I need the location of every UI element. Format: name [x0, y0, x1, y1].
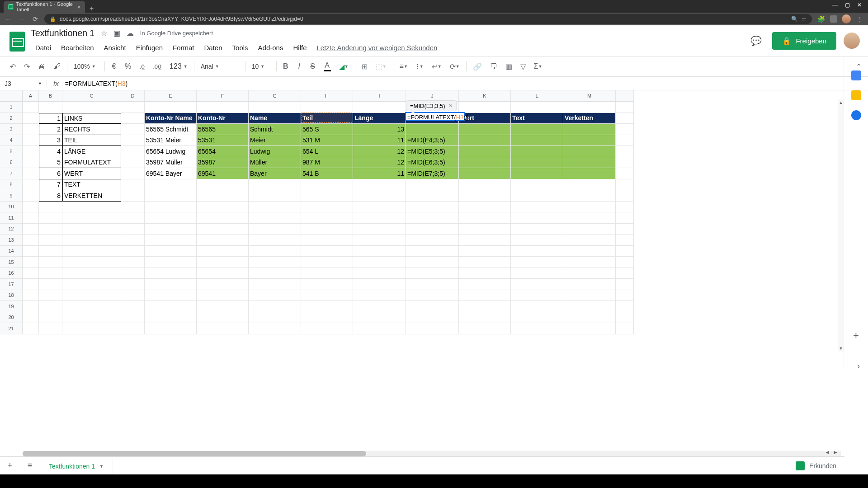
cell[interactable]: Schmidt [249, 124, 301, 135]
cell[interactable] [301, 224, 353, 235]
cell[interactable] [301, 235, 353, 246]
cell[interactable] [145, 290, 197, 301]
decrease-decimal-button[interactable]: .0̲ [136, 61, 148, 73]
cell[interactable] [121, 257, 145, 268]
cell[interactable]: 56565 [197, 124, 249, 135]
cell[interactable] [616, 290, 634, 301]
cell[interactable]: 531 M [301, 135, 353, 146]
cell[interactable]: 987 M [301, 157, 353, 169]
cell[interactable]: 69541 Bayer [145, 168, 197, 179]
back-button[interactable]: ← [4, 15, 13, 23]
cell[interactable] [511, 135, 563, 146]
cell[interactable] [249, 202, 301, 213]
reload-button[interactable]: ⟳ [31, 15, 40, 23]
cell[interactable] [23, 202, 39, 213]
cell[interactable] [353, 212, 406, 224]
row-header[interactable]: 7 [0, 168, 22, 179]
cell[interactable] [62, 212, 121, 224]
cell[interactable] [23, 235, 39, 246]
cell[interactable]: 2 [39, 124, 62, 135]
cell[interactable] [563, 168, 616, 179]
cell[interactable] [353, 235, 406, 246]
cell[interactable] [406, 202, 459, 213]
cell[interactable] [511, 224, 563, 235]
cell[interactable] [197, 224, 249, 235]
row-header[interactable]: 1 [0, 102, 22, 113]
cell[interactable]: Name [249, 113, 301, 124]
row-header[interactable]: 15 [0, 257, 22, 268]
cell[interactable] [511, 257, 563, 268]
cell[interactable] [249, 301, 301, 312]
cell[interactable] [563, 257, 616, 268]
comment-button[interactable]: 🗨 [486, 60, 501, 73]
cell[interactable] [23, 113, 39, 124]
cell[interactable] [23, 301, 39, 312]
chart-button[interactable]: ▥ [502, 60, 516, 74]
cell[interactable]: 53531 [197, 135, 249, 146]
cell[interactable] [121, 146, 145, 157]
cell[interactable] [459, 190, 511, 202]
cell[interactable] [459, 135, 511, 146]
cell[interactable]: 65654 Ludwig [145, 146, 197, 157]
cell[interactable] [616, 202, 634, 213]
cell[interactable] [301, 212, 353, 224]
close-icon[interactable]: ✕ [857, 2, 862, 8]
v-align-button[interactable]: ⫶▼ [412, 60, 427, 73]
filter-button[interactable]: ▽ [517, 60, 529, 74]
cell[interactable] [121, 246, 145, 257]
cell[interactable] [459, 246, 511, 257]
cell[interactable] [616, 135, 634, 146]
cell[interactable] [511, 157, 563, 169]
cell[interactable] [62, 301, 121, 312]
cell[interactable] [23, 212, 39, 224]
fill-color-button[interactable]: ◢▼ [335, 60, 352, 74]
cell[interactable] [197, 246, 249, 257]
row-header[interactable]: 21 [0, 323, 22, 334]
cell[interactable] [23, 124, 39, 135]
column-header[interactable]: B [39, 90, 62, 101]
sheet-tab[interactable]: Textfunktionen 1 ▼ [40, 458, 113, 474]
explore-button[interactable]: Erkunden [788, 461, 844, 470]
cell[interactable] [616, 113, 634, 124]
cell[interactable] [406, 268, 459, 279]
cell[interactable] [121, 312, 145, 324]
row-header[interactable]: 5 [0, 146, 22, 157]
cell[interactable] [145, 202, 197, 213]
cell[interactable] [511, 279, 563, 290]
select-all-corner[interactable] [0, 90, 22, 102]
cell[interactable] [459, 235, 511, 246]
cell[interactable] [23, 246, 39, 257]
cell[interactable] [563, 312, 616, 324]
cell[interactable] [39, 312, 62, 324]
cell[interactable] [563, 290, 616, 301]
row-header[interactable]: 3 [0, 124, 22, 135]
cell[interactable]: 4 [39, 146, 62, 157]
doc-title[interactable]: Textfunktionen 1 [31, 28, 94, 38]
cell[interactable] [406, 301, 459, 312]
cell[interactable] [23, 257, 39, 268]
cell[interactable] [249, 235, 301, 246]
cell[interactable] [145, 312, 197, 324]
cell[interactable]: 53531 Meier [145, 135, 197, 146]
cell[interactable] [39, 202, 62, 213]
cell[interactable] [459, 102, 511, 113]
row-header[interactable]: 17 [0, 279, 22, 290]
maximize-icon[interactable]: ▢ [845, 2, 850, 8]
cell[interactable]: Text [511, 113, 563, 124]
cell[interactable] [353, 312, 406, 324]
cell[interactable] [459, 168, 511, 179]
cell[interactable] [301, 323, 353, 334]
cell[interactable]: 7 [39, 179, 62, 191]
cell[interactable] [121, 301, 145, 312]
cell[interactable] [616, 146, 634, 157]
cell[interactable] [459, 224, 511, 235]
cell[interactable] [511, 268, 563, 279]
cell[interactable] [39, 301, 62, 312]
cell[interactable] [616, 268, 634, 279]
cell[interactable] [353, 202, 406, 213]
cell[interactable] [23, 157, 39, 169]
cell[interactable] [511, 290, 563, 301]
cell[interactable] [62, 224, 121, 235]
forward-button[interactable]: → [17, 15, 26, 23]
cell[interactable] [511, 312, 563, 324]
